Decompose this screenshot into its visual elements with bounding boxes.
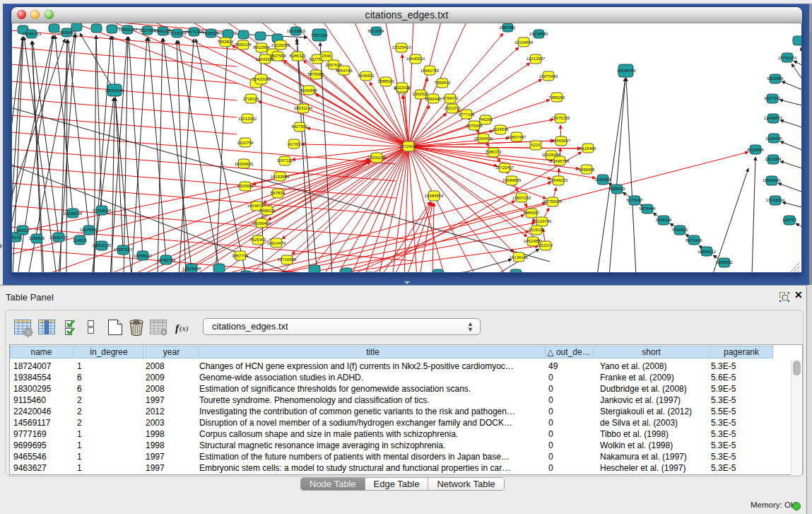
svg-text:8454749: 8454749 — [336, 69, 353, 73]
svg-text:6179197: 6179197 — [626, 198, 643, 202]
svg-text:8660124: 8660124 — [235, 42, 252, 47]
svg-text:15720407: 15720407 — [495, 165, 514, 170]
svg-text:18724007: 18724007 — [399, 144, 418, 148]
svg-text:15692991: 15692991 — [763, 178, 782, 182]
svg-text:28031144: 28031144 — [294, 106, 313, 110]
svg-text:1916682: 1916682 — [237, 184, 254, 188]
svg-text:9684067: 9684067 — [523, 211, 540, 215]
svg-text:1362615: 1362615 — [412, 92, 429, 96]
svg-text:7632621: 7632621 — [671, 228, 688, 232]
svg-text:19218586: 19218586 — [529, 32, 548, 36]
svg-text:16054925: 16054925 — [235, 162, 254, 166]
svg-text:8471636: 8471636 — [686, 238, 702, 243]
svg-text:7357234: 7357234 — [311, 33, 328, 37]
svg-text:10553257: 10553257 — [119, 28, 138, 32]
svg-text:1621064: 1621064 — [765, 157, 782, 161]
svg-text:10807487: 10807487 — [507, 135, 526, 139]
svg-text:16463627: 16463627 — [552, 139, 571, 143]
svg-text:9115460: 9115460 — [580, 146, 597, 151]
svg-text:16961755: 16961755 — [420, 69, 440, 73]
svg-text:9329966: 9329966 — [767, 76, 784, 81]
svg-text:18300295: 18300295 — [367, 156, 387, 160]
svg-text:7955812: 7955812 — [434, 81, 451, 85]
svg-text:2718116: 2718116 — [243, 97, 260, 101]
svg-text:12213362: 12213362 — [238, 117, 257, 121]
svg-text:17359924: 17359924 — [93, 209, 112, 213]
svg-text:9427552: 9427552 — [291, 124, 308, 129]
svg-text:10686809: 10686809 — [502, 178, 522, 182]
svg-text:95001: 95001 — [17, 228, 29, 233]
svg-text:2935114: 2935114 — [656, 218, 673, 222]
svg-text:13495758: 13495758 — [551, 159, 570, 163]
svg-text:5875685: 5875685 — [307, 72, 324, 76]
svg-text:14153594: 14153594 — [271, 175, 290, 179]
svg-text:99151: 99151 — [12, 235, 22, 240]
svg-text:13975155: 13975155 — [551, 116, 570, 120]
svg-text:10973493: 10973493 — [539, 74, 558, 78]
svg-text:10975867: 10975867 — [80, 228, 99, 232]
svg-text:114519: 114519 — [73, 238, 87, 243]
svg-text:10154808: 10154808 — [514, 40, 534, 45]
svg-text:1498222: 1498222 — [259, 209, 276, 213]
svg-text:8215958: 8215958 — [747, 148, 764, 152]
svg-text:8242848: 8242848 — [300, 88, 317, 93]
svg-text:23226058: 23226058 — [271, 43, 290, 47]
svg-text:9245652: 9245652 — [716, 260, 733, 264]
svg-text:7485063: 7485063 — [548, 95, 565, 100]
svg-text:4734072: 4734072 — [442, 96, 459, 100]
svg-text:16099464: 16099464 — [252, 221, 271, 226]
svg-text:9777169: 9777169 — [458, 112, 475, 117]
svg-text:12213967: 12213967 — [526, 57, 546, 61]
svg-text:6975658: 6975658 — [466, 124, 483, 128]
svg-text:1640954: 1640954 — [594, 177, 611, 182]
svg-text:7663822: 7663822 — [217, 40, 234, 44]
svg-text:9699695: 9699695 — [578, 168, 595, 172]
svg-text:6216: 6216 — [531, 143, 541, 147]
svg-text:7625402: 7625402 — [249, 238, 266, 242]
svg-text:22420046: 22420046 — [252, 77, 271, 81]
svg-text:8990448: 8990448 — [425, 97, 442, 101]
svg-text:10958127: 10958127 — [134, 254, 153, 258]
svg-text:10654112: 10654112 — [698, 250, 717, 254]
svg-text:16033809: 16033809 — [287, 29, 306, 33]
svg-text:16671355: 16671355 — [185, 30, 204, 34]
svg-text:15751074: 15751074 — [778, 56, 797, 60]
svg-text:16640910: 16640910 — [406, 57, 425, 61]
svg-text:9227342: 9227342 — [764, 96, 781, 100]
svg-text:746266: 746266 — [478, 117, 493, 122]
svg-text:9857791: 9857791 — [232, 254, 249, 258]
svg-text:9146821: 9146821 — [358, 74, 375, 78]
svg-text:20206536: 20206536 — [64, 211, 83, 216]
svg-text:(x): (x) — [180, 324, 189, 333]
svg-text:19384554: 19384554 — [425, 194, 444, 198]
svg-text:8912954: 8912954 — [253, 45, 270, 49]
svg-text:1610754: 1610754 — [237, 141, 254, 145]
svg-text:16782759: 16782759 — [157, 258, 176, 262]
svg-text:15716485: 15716485 — [278, 257, 297, 262]
svg-text:252214: 252214 — [539, 243, 553, 247]
svg-text:8813054: 8813054 — [367, 29, 384, 33]
svg-text:29053346: 29053346 — [105, 88, 124, 93]
svg-text:2546: 2546 — [322, 54, 331, 58]
svg-text:8186323: 8186323 — [289, 54, 306, 58]
svg-text:3267110: 3267110 — [277, 158, 294, 163]
svg-text:1621072: 1621072 — [444, 106, 461, 110]
svg-text:1615112: 1615112 — [529, 228, 546, 232]
svg-text:13807293: 13807293 — [512, 196, 531, 200]
svg-text:19055713: 19055713 — [23, 32, 42, 36]
svg-text:16914479: 16914479 — [267, 241, 286, 245]
svg-text:7515536: 7515536 — [202, 31, 219, 35]
svg-text:9474444: 9474444 — [639, 206, 656, 211]
svg-text:17957223: 17957223 — [114, 247, 133, 252]
svg-text:1156829: 1156829 — [29, 236, 46, 240]
svg-text:126753: 126753 — [782, 218, 797, 222]
svg-text:7386372: 7386372 — [485, 150, 502, 154]
svg-text:1244415: 1244415 — [765, 136, 782, 141]
svg-text:1624534: 1624534 — [492, 127, 509, 132]
svg-text:2887682: 2887682 — [499, 25, 516, 30]
svg-text:17016504: 17016504 — [766, 198, 785, 202]
svg-text:12903135: 12903135 — [93, 243, 112, 247]
svg-text:16548784: 16548784 — [617, 69, 636, 73]
svg-text:90756928: 90756928 — [543, 199, 563, 204]
svg-text:8938923: 8938923 — [608, 187, 625, 191]
